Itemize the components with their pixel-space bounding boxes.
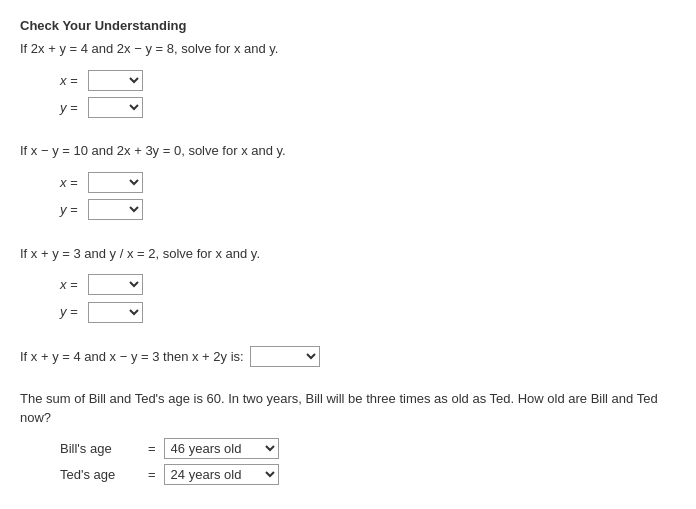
problem-2-y-label: y = bbox=[60, 198, 88, 221]
age-section: Bill's age = 46 years old 44 years old 4… bbox=[20, 438, 676, 485]
problem-3-y-row: y = 1 2 3 bbox=[60, 300, 676, 323]
problem-3-y-label: y = bbox=[60, 300, 88, 323]
problem-1-y-label: y = bbox=[60, 96, 88, 119]
problem-4-text: If x + y = 4 and x − y = 3 then x + 2y i… bbox=[20, 349, 244, 364]
bills-age-row: Bill's age = 46 years old 44 years old 4… bbox=[60, 438, 676, 459]
problem-3-x-row: x = 1 2 3 bbox=[60, 273, 676, 296]
problem-1-vars: x = 1 2 3 4 y = -4 -2 0 2 4 bbox=[60, 69, 676, 120]
problem-2-x-row: x = 1 2 4 6 bbox=[60, 171, 676, 194]
problem-2-vars: x = 1 2 4 6 y = -4 -2 0 2 bbox=[60, 171, 676, 222]
problem-2-y-row: y = -4 -2 0 2 bbox=[60, 198, 676, 221]
problem-2-text: If x − y = 10 and 2x + 3y = 0, solve for… bbox=[20, 141, 676, 161]
problem-4: If x + y = 4 and x − y = 3 then x + 2y i… bbox=[20, 346, 676, 367]
problem-1-x-select[interactable]: 1 2 3 4 bbox=[88, 70, 143, 91]
problem-5: The sum of Bill and Ted's age is 60. In … bbox=[20, 389, 676, 485]
problem-2: If x − y = 10 and 2x + 3y = 0, solve for… bbox=[20, 141, 676, 221]
teds-age-label: Ted's age bbox=[60, 467, 140, 482]
problem-3-y-select[interactable]: 1 2 3 bbox=[88, 302, 143, 323]
page-title: Check Your Understanding bbox=[20, 18, 676, 33]
problem-3: If x + y = 3 and y / x = 2, solve for x … bbox=[20, 244, 676, 324]
problem-2-x-label: x = bbox=[60, 171, 88, 194]
problem-2-x-select[interactable]: 1 2 4 6 bbox=[88, 172, 143, 193]
problem-1-x-label: x = bbox=[60, 69, 88, 92]
bills-age-select[interactable]: 46 years old 44 years old 48 years old 4… bbox=[164, 438, 279, 459]
problem-1-y-row: y = -4 -2 0 2 4 bbox=[60, 96, 676, 119]
teds-age-row: Ted's age = 24 years old 22 years old 20… bbox=[60, 464, 676, 485]
problem-3-text: If x + y = 3 and y / x = 2, solve for x … bbox=[20, 244, 676, 264]
problem-1-text: If 2x + y = 4 and 2x − y = 8, solve for … bbox=[20, 39, 676, 59]
problem-5-text: The sum of Bill and Ted's age is 60. In … bbox=[20, 389, 676, 428]
problem-1: If 2x + y = 4 and 2x − y = 8, solve for … bbox=[20, 39, 676, 119]
problem-4-select[interactable]: 5 6 7 8 bbox=[250, 346, 320, 367]
problem-3-x-select[interactable]: 1 2 3 bbox=[88, 274, 143, 295]
problem-3-x-label: x = bbox=[60, 273, 88, 296]
teds-age-select[interactable]: 24 years old 22 years old 20 years old 1… bbox=[164, 464, 279, 485]
bills-age-label: Bill's age bbox=[60, 441, 140, 456]
problem-1-y-select[interactable]: -4 -2 0 2 4 bbox=[88, 97, 143, 118]
problem-2-y-select[interactable]: -4 -2 0 2 bbox=[88, 199, 143, 220]
bills-age-equals: = bbox=[148, 441, 156, 456]
problem-1-x-row: x = 1 2 3 4 bbox=[60, 69, 676, 92]
teds-age-equals: = bbox=[148, 467, 156, 482]
problem-3-vars: x = 1 2 3 y = 1 2 3 bbox=[60, 273, 676, 324]
